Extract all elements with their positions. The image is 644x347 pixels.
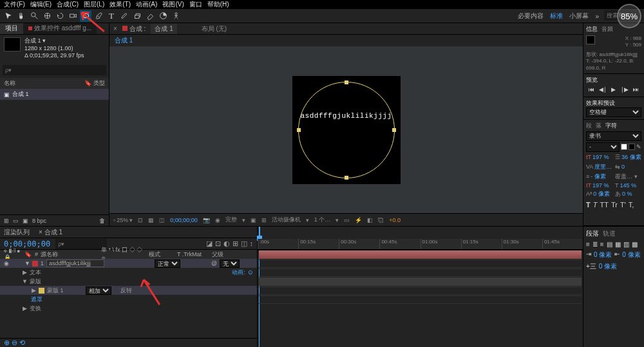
motion-blur-icon[interactable]: ◐: [223, 239, 230, 248]
channel-icon[interactable]: ◉: [215, 217, 220, 223]
camera-tool-icon[interactable]: [67, 10, 79, 22]
timeline-icon[interactable]: ◧: [367, 217, 373, 223]
pixel-aspect-icon[interactable]: ▭: [344, 217, 350, 223]
time-ruler[interactable]: :00s 00:15s 00:30s 00:45s 01:00s 01:15s …: [258, 239, 583, 249]
project-search-input[interactable]: [3, 65, 106, 75]
eyedropper-icon[interactable]: ✎: [636, 144, 641, 150]
menu-edit[interactable]: 编辑(E): [30, 0, 52, 9]
animate-menu[interactable]: 动画:: [232, 268, 245, 277]
trash-icon[interactable]: 🗑: [99, 218, 105, 224]
clone-tool-icon[interactable]: [131, 10, 143, 22]
menu-layer[interactable]: 图层(L): [84, 0, 104, 9]
vscale-value[interactable]: 197 %: [592, 182, 609, 189]
col-num[interactable]: #: [35, 251, 38, 258]
character-tab[interactable]: 字符: [605, 122, 617, 130]
stroke-color-swatch[interactable]: [629, 144, 635, 150]
roi-icon[interactable]: ▣: [251, 217, 256, 223]
mask-name[interactable]: 蒙版 1: [47, 286, 64, 295]
selection-tool-icon[interactable]: [3, 10, 14, 22]
twirl-icon[interactable]: ▼: [24, 260, 30, 267]
transparency-grid-icon[interactable]: ▦: [148, 217, 154, 223]
layer-row-1[interactable]: ◉ ▼ 1 asddfffgjuk1ilikjjj 正常 @ 无: [0, 259, 257, 268]
workspace-more-icon[interactable]: »: [595, 13, 599, 20]
current-timecode[interactable]: 0;00;00;00: [4, 239, 50, 249]
workspace-tab-default[interactable]: 必要内容: [518, 12, 544, 21]
align-right-icon[interactable]: ≡: [600, 241, 604, 248]
zoom-tool-icon[interactable]: [28, 10, 40, 22]
project-tab[interactable]: 项目: [0, 23, 23, 34]
mask-handle-top[interactable]: [345, 80, 348, 84]
timeline-search-input[interactable]: [55, 239, 107, 249]
layer-prop-transform[interactable]: ▶变换: [0, 304, 257, 313]
workspace-switcher[interactable]: 必要内容 标准 小屏幕 »: [518, 9, 599, 23]
blend-mode-dropdown[interactable]: 正常: [155, 259, 180, 268]
bpc-toggle[interactable]: 8 bpc: [32, 218, 46, 224]
bold-button[interactable]: T: [586, 201, 591, 209]
hscale-value[interactable]: 145 %: [620, 182, 637, 189]
mask-invert-label[interactable]: 反转: [120, 286, 132, 295]
comp-thumbnail[interactable]: [4, 37, 21, 52]
render-queue-tab[interactable]: 渲染队列: [4, 228, 30, 237]
col-name-header[interactable]: 名称: [4, 79, 15, 88]
indent-right-value[interactable]: 0 像素: [622, 250, 640, 259]
layer-name[interactable]: asddfffgjuk1ilikjjj: [46, 259, 104, 267]
smallcaps-button[interactable]: Tr: [611, 201, 618, 209]
eraser-tool-icon[interactable]: [144, 10, 156, 22]
interpret-icon[interactable]: ⊞: [4, 218, 9, 224]
leading-value[interactable]: 36 像素: [621, 153, 641, 162]
draft-3d-icon[interactable]: ◫: [241, 239, 247, 248]
col-trkmat[interactable]: T .TrkMat: [177, 251, 209, 258]
menu-file[interactable]: 文件(F): [4, 0, 25, 9]
text-tool-icon[interactable]: T: [106, 10, 117, 22]
resolution-dropdown[interactable]: 完整: [225, 216, 237, 224]
indent-left-value[interactable]: 0 像素: [594, 250, 612, 259]
views-dropdown[interactable]: 1 个…: [314, 216, 331, 224]
italic-button[interactable]: T: [593, 201, 598, 209]
orbit-tool-icon[interactable]: [41, 10, 53, 22]
paragraph-tab[interactable]: 段: [586, 122, 592, 130]
shape-tool-icon[interactable]: [80, 10, 91, 22]
justify-all-icon[interactable]: ▩: [632, 241, 638, 248]
play-icon[interactable]: ▶: [611, 86, 616, 93]
col-mode[interactable]: 模式: [149, 250, 175, 259]
workspace-tab-standard[interactable]: 标准: [550, 12, 563, 21]
roto-tool-icon[interactable]: [157, 10, 169, 22]
mask-handle-bottom[interactable]: [345, 176, 348, 180]
grid-icon[interactable]: ⊞: [261, 217, 267, 223]
preview-panel-tab[interactable]: 预览: [586, 76, 598, 84]
shy-toggle-icon[interactable]: ◪: [206, 239, 213, 248]
menu-help[interactable]: 帮助(H): [207, 0, 229, 9]
camera-dropdown[interactable]: 活动摄像机: [272, 216, 301, 224]
mask-ellipse-shape[interactable]: [298, 82, 395, 178]
viewer-comp-tab[interactable]: 合成 1: [151, 24, 176, 34]
viewer-layout-label[interactable]: 布局 (无): [202, 24, 227, 33]
menu-animation[interactable]: 动画(A): [136, 0, 157, 9]
mask-1-row[interactable]: ▶ 蒙版 1 相加 反转: [0, 286, 257, 295]
superscript-button[interactable]: T': [620, 201, 626, 209]
first-frame-icon[interactable]: ⏮: [589, 86, 594, 93]
col-type-header[interactable]: 🔖 类型: [84, 79, 105, 88]
toggle-switches-icon[interactable]: ⊕ ⊖ ⟲: [4, 339, 25, 347]
fill-color-swatch[interactable]: [621, 144, 627, 150]
justify-left-icon[interactable]: ▤: [607, 241, 612, 248]
track-panel-tab[interactable]: 轨道: [603, 229, 616, 238]
kerning-value[interactable]: 度里…: [594, 163, 612, 171]
mask-toggle-icon[interactable]: ◫: [159, 217, 165, 223]
next-frame-icon[interactable]: ∣▶: [621, 86, 629, 93]
justify-right-icon[interactable]: ▥: [623, 241, 629, 248]
align-center-icon[interactable]: ≣: [592, 241, 598, 248]
viewer-tab-label[interactable]: 合成 :: [129, 25, 146, 32]
subscript-button[interactable]: T,: [629, 201, 634, 209]
stroke-style-dropdown[interactable]: 覆盖… ▾: [615, 173, 638, 181]
timeline-comp-tab[interactable]: 合成 1: [44, 229, 62, 236]
hand-tool-icon[interactable]: [15, 10, 27, 22]
paragraph-tab-2[interactable]: 段落: [586, 229, 599, 238]
switches-icon[interactable]: ↕: [250, 239, 254, 248]
tracking-value[interactable]: 0: [621, 164, 625, 170]
menu-effect[interactable]: 效果(T): [109, 0, 131, 9]
layer-prop-masks[interactable]: ▼蒙版: [0, 277, 257, 286]
prev-frame-icon[interactable]: ◀∣: [599, 86, 607, 93]
justify-center-icon[interactable]: ▦: [615, 241, 621, 248]
col-parent[interactable]: 父级: [212, 250, 223, 259]
menu-comp[interactable]: 合成(C): [57, 0, 79, 9]
